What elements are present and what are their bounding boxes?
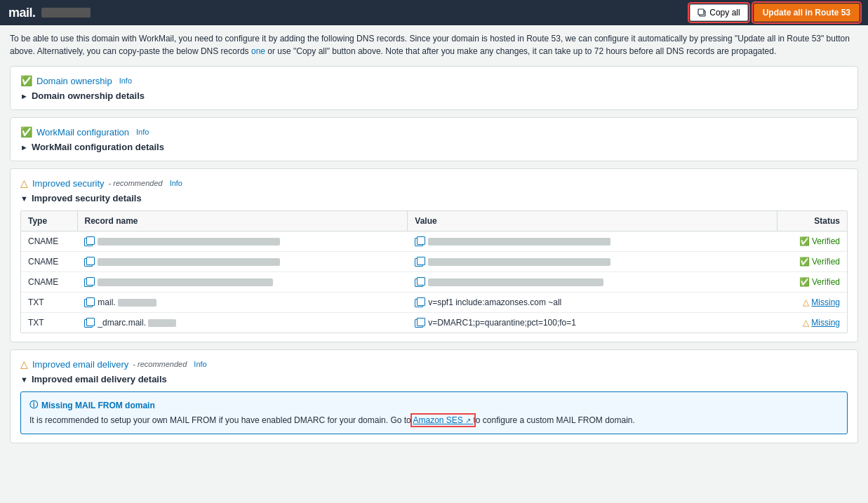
improved-security-badge: - recommended bbox=[109, 179, 163, 187]
improved-security-info-link[interactable]: Info bbox=[170, 179, 182, 187]
row4-value: v=spf1 include:amazonses.com ~all bbox=[408, 293, 777, 313]
domain-ownership-status-label: Domain ownership bbox=[36, 76, 112, 86]
row3-status: ✅ Verified bbox=[777, 272, 847, 293]
logo-blurred bbox=[41, 8, 91, 18]
row4-record: mail. bbox=[77, 293, 408, 313]
top-bar-right: Copy all Update all in Route 53 bbox=[690, 4, 860, 22]
improved-email-delivery-toggle[interactable]: ▼ Improved email delivery details bbox=[20, 374, 848, 384]
workmail-config-toggle-label: WorkMail configuration details bbox=[32, 142, 164, 152]
row4-record-blurred bbox=[118, 299, 156, 307]
row4-warn-icon: △ bbox=[803, 297, 809, 307]
row2-record bbox=[77, 252, 408, 272]
domain-ownership-status-icon: ✅ bbox=[20, 75, 32, 86]
domain-ownership-arrow-icon: ► bbox=[20, 92, 28, 100]
row4-copy-icon[interactable] bbox=[84, 299, 93, 307]
copy-all-label: Copy all bbox=[709, 8, 740, 18]
row4-missing-badge: △ Missing bbox=[784, 297, 840, 307]
description-text: To be able to use this domain with WorkM… bbox=[10, 32, 858, 58]
copy-all-button[interactable]: Copy all bbox=[690, 4, 747, 21]
main-content: To be able to use this domain with WorkM… bbox=[0, 25, 868, 460]
row5-record: _dmarc.mail. bbox=[77, 313, 408, 333]
improved-security-toggle[interactable]: ▼ Improved security details bbox=[20, 193, 848, 203]
row3-value-blurred bbox=[428, 279, 603, 286]
amazon-ses-link-text: Amazon SES bbox=[413, 415, 462, 425]
row2-copy-icon[interactable] bbox=[84, 258, 93, 267]
row1-type: CNAME bbox=[21, 232, 77, 252]
improved-email-delivery-status-label: Improved email delivery bbox=[32, 359, 128, 370]
row1-record bbox=[77, 232, 408, 252]
improved-email-delivery-badge: - recommended bbox=[133, 360, 187, 368]
table-row: CNAME ✅ Verified bbox=[21, 232, 847, 252]
row1-copy-icon[interactable] bbox=[84, 238, 93, 246]
improved-security-section: △ Improved security - recommended Info ▼… bbox=[10, 168, 858, 342]
row5-record-text: _dmarc.mail. bbox=[98, 318, 146, 328]
row1-record-blurred bbox=[98, 238, 280, 246]
one-link[interactable]: one bbox=[251, 46, 265, 56]
update-route53-button[interactable]: Update all in Route 53 bbox=[754, 4, 860, 22]
row5-status-link[interactable]: Missing bbox=[811, 318, 840, 328]
improved-security-header: △ Improved security - recommended Info bbox=[20, 177, 848, 189]
row1-status-text: Verified bbox=[812, 236, 840, 246]
domain-ownership-header: ✅ Domain ownership Info bbox=[20, 75, 848, 86]
row5-type: TXT bbox=[21, 313, 77, 333]
row3-verified-badge: ✅ Verified bbox=[784, 277, 840, 287]
workmail-config-info-link[interactable]: Info bbox=[136, 128, 149, 136]
row3-value-copy-icon[interactable] bbox=[415, 279, 423, 287]
domain-ownership-section: ✅ Domain ownership Info ► Domain ownersh… bbox=[10, 66, 858, 110]
row5-copy-icon[interactable] bbox=[84, 319, 93, 328]
table-row: CNAME ✅ Verified bbox=[21, 252, 847, 272]
improved-email-delivery-info-link[interactable]: Info bbox=[194, 360, 206, 368]
improved-email-delivery-arrow-icon: ▼ bbox=[20, 375, 28, 384]
improved-email-delivery-toggle-label: Improved email delivery details bbox=[32, 374, 167, 384]
top-bar: mail. Copy all Update all in Route 53 bbox=[0, 0, 868, 25]
info-box-body-prefix: It is recommended to setup your own MAIL… bbox=[29, 415, 413, 425]
row4-status-link[interactable]: Missing bbox=[811, 297, 840, 307]
info-box-title-text: Missing MAIL FROM domain bbox=[41, 401, 155, 410]
workmail-config-toggle[interactable]: ► WorkMail configuration details bbox=[20, 142, 848, 152]
info-box-title: ⓘ Missing MAIL FROM domain bbox=[29, 399, 839, 411]
row2-check-icon: ✅ bbox=[799, 257, 810, 267]
col-type: Type bbox=[21, 211, 77, 232]
row2-status-text: Verified bbox=[812, 257, 840, 267]
top-bar-left: mail. bbox=[8, 6, 91, 20]
workmail-config-status-icon: ✅ bbox=[20, 126, 32, 138]
update-route53-label: Update all in Route 53 bbox=[763, 8, 850, 18]
row5-status: △ Missing bbox=[777, 313, 847, 333]
domain-ownership-toggle-label: Domain ownership details bbox=[32, 90, 145, 101]
row4-type: TXT bbox=[21, 293, 77, 313]
row1-check-icon: ✅ bbox=[799, 236, 810, 246]
row4-status: △ Missing bbox=[777, 293, 847, 313]
workmail-config-arrow-icon: ► bbox=[20, 143, 28, 152]
col-value: Value bbox=[408, 211, 777, 232]
row1-value-copy-icon[interactable] bbox=[415, 238, 423, 246]
row3-type: CNAME bbox=[21, 272, 77, 293]
domain-ownership-info-link[interactable]: Info bbox=[119, 76, 132, 85]
row3-copy-icon[interactable] bbox=[84, 279, 93, 287]
row5-record-blurred bbox=[148, 319, 176, 327]
row1-value-blurred bbox=[428, 238, 610, 246]
row2-status: ✅ Verified bbox=[777, 252, 847, 272]
row2-type: CNAME bbox=[21, 252, 77, 272]
row1-verified-badge: ✅ Verified bbox=[784, 236, 840, 246]
row5-value-copy-icon[interactable] bbox=[415, 319, 423, 328]
improved-security-table: Type Record name Value Status CNAME bbox=[20, 210, 848, 333]
copy-svg-icon bbox=[697, 8, 706, 17]
info-box-body-suffix: to configure a custom MAIL FROM domain. bbox=[474, 415, 635, 425]
improved-security-warn-icon: △ bbox=[20, 177, 28, 189]
improved-security-status-label: Improved security bbox=[32, 178, 105, 189]
row5-value-text: v=DMARC1;p=quarantine;pct=100;fo=1 bbox=[428, 318, 576, 328]
amazon-ses-link[interactable]: Amazon SES ↗ bbox=[413, 415, 473, 425]
col-record-name: Record name bbox=[77, 211, 408, 232]
row2-value-blurred bbox=[428, 258, 610, 266]
row4-value-text: v=spf1 include:amazonses.com ~all bbox=[428, 297, 561, 307]
row5-value: v=DMARC1;p=quarantine;pct=100;fo=1 bbox=[408, 313, 777, 333]
domain-ownership-toggle[interactable]: ► Domain ownership details bbox=[20, 90, 848, 101]
row4-record-text: mail. bbox=[98, 297, 115, 307]
row4-value-copy-icon[interactable] bbox=[415, 299, 423, 307]
workmail-config-section: ✅ WorkMail configuration Info ► WorkMail… bbox=[10, 117, 858, 161]
row2-value-copy-icon[interactable] bbox=[415, 258, 423, 267]
table-row: TXT _dmarc.mail. v=DMARC1;p=quarantine;p… bbox=[21, 313, 847, 333]
row3-status-text: Verified bbox=[812, 277, 840, 287]
table-row: CNAME ✅ Verified bbox=[21, 272, 847, 293]
logo-text: mail. bbox=[8, 6, 36, 20]
